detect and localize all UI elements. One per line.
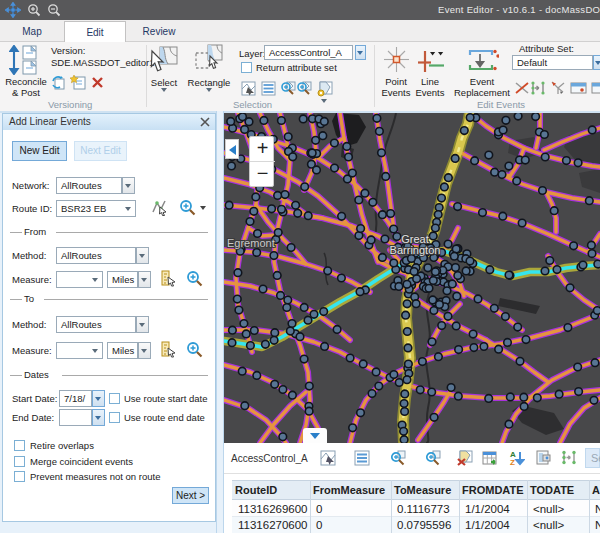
svg-text:Z: Z — [510, 458, 515, 466]
svg-text:Egremont: Egremont — [227, 237, 275, 249]
svg-text:Barrington: Barrington — [390, 244, 441, 256]
